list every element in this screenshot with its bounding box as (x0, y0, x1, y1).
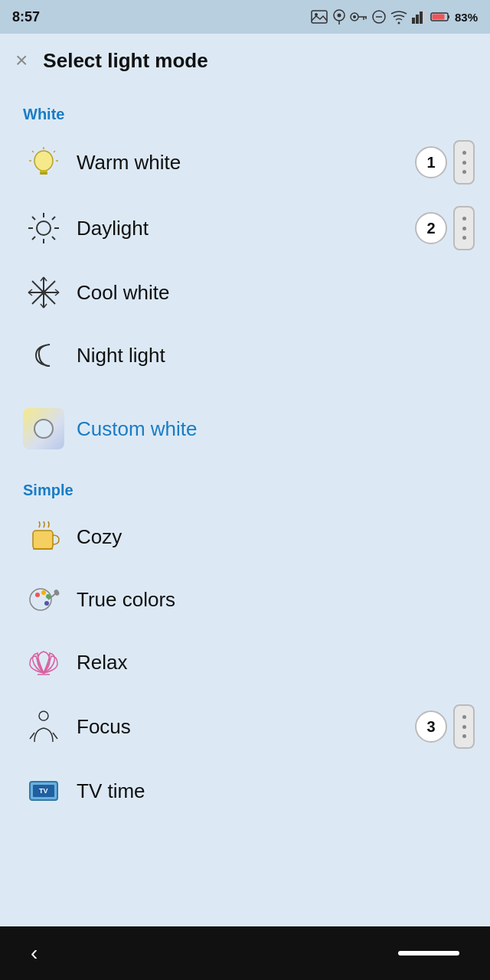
svg-point-28 (37, 221, 51, 235)
focus-label: Focus (64, 715, 415, 739)
svg-rect-22 (40, 172, 47, 175)
relax-label: Relax (64, 651, 475, 675)
svg-text:TV: TV (39, 787, 48, 795)
list-item-true-colors[interactable]: True colors (0, 568, 490, 631)
moon-icon (23, 335, 64, 376)
cup-icon (23, 516, 64, 557)
location-icon (332, 8, 346, 25)
list-item-cozy[interactable]: Cozy (0, 505, 490, 568)
battery-icon (430, 11, 450, 22)
cozy-label: Cozy (64, 525, 475, 549)
svg-rect-0 (312, 11, 327, 23)
svg-rect-13 (412, 18, 415, 24)
svg-point-52 (30, 589, 51, 610)
back-button[interactable]: ‹ (31, 941, 38, 965)
warm-white-label: Warm white (64, 151, 415, 175)
status-time: 8:57 (12, 9, 40, 25)
focus-badge: 3 (415, 710, 447, 743)
page-title: Select light mode (43, 49, 207, 73)
svg-point-54 (41, 590, 46, 595)
lotus-icon (23, 642, 64, 683)
svg-line-36 (32, 237, 35, 240)
list-item-cool-white[interactable]: Cool white (0, 261, 490, 324)
svg-point-56 (44, 601, 49, 606)
svg-point-6 (353, 15, 356, 18)
svg-rect-14 (416, 15, 419, 24)
status-bar: 8:57 83% (0, 0, 490, 34)
home-pill[interactable] (398, 951, 459, 956)
top-bar: × Select light mode (0, 34, 490, 87)
true-colors-label: True colors (64, 588, 475, 612)
svg-line-24 (32, 151, 34, 152)
minus-circle-icon (372, 10, 386, 24)
svg-line-25 (54, 151, 55, 152)
warm-white-remote (453, 140, 475, 185)
status-icons: 83% (311, 8, 478, 25)
palette-icon (23, 579, 64, 620)
svg-rect-16 (423, 10, 426, 24)
custom-white-radio (34, 419, 54, 439)
svg-rect-50 (33, 531, 53, 549)
tv-time-label: TV time (64, 779, 475, 803)
focus-remote (453, 704, 475, 749)
image-icon (311, 10, 328, 24)
warm-white-badge: 1 (415, 146, 447, 178)
list-item-relax[interactable]: Relax (0, 631, 490, 694)
svg-point-12 (397, 22, 400, 24)
night-light-label: Night light (64, 344, 475, 368)
daylight-label: Daylight (64, 217, 415, 240)
daylight-remote (453, 206, 475, 250)
person-icon (23, 706, 64, 747)
wifi-icon (390, 10, 407, 24)
list-item-night-light[interactable]: Night light (0, 324, 490, 387)
snowflake-icon (23, 272, 64, 313)
signal-icon (412, 10, 426, 24)
svg-rect-19 (432, 15, 444, 20)
bottom-nav: ‹ (0, 926, 490, 980)
bulb-icon (23, 142, 64, 183)
cool-white-label: Cool white (64, 281, 475, 305)
section-header-white: White (0, 95, 490, 129)
list-item-custom-white[interactable]: Custom white (0, 397, 490, 460)
battery-percent: 83% (455, 11, 478, 24)
svg-line-61 (30, 733, 34, 739)
custom-white-icon (23, 408, 64, 449)
svg-point-3 (337, 14, 341, 18)
svg-point-53 (35, 593, 40, 597)
tv-icon: TV (23, 770, 64, 812)
svg-point-60 (39, 711, 48, 720)
svg-rect-15 (420, 11, 423, 24)
svg-point-49 (41, 290, 46, 295)
key-icon (351, 11, 368, 22)
sun-icon (23, 207, 64, 249)
section-header-simple: Simple (0, 471, 490, 505)
svg-line-35 (52, 217, 55, 220)
daylight-badge: 2 (415, 212, 447, 244)
svg-point-20 (34, 151, 53, 171)
custom-white-label: Custom white (64, 417, 475, 441)
svg-line-34 (52, 237, 55, 240)
svg-line-62 (53, 733, 57, 739)
list-item-daylight[interactable]: Daylight 2 (0, 195, 490, 261)
list-item-focus[interactable]: Focus 3 (0, 694, 490, 760)
list-item-warm-white[interactable]: Warm white 1 (0, 129, 490, 195)
svg-line-33 (32, 217, 35, 220)
list-item-tv-time[interactable]: TV TV time (0, 760, 490, 822)
content-area: White Warm white 1 Daylight 2 (0, 87, 490, 926)
svg-rect-18 (448, 15, 449, 18)
close-button[interactable]: × (15, 50, 28, 71)
